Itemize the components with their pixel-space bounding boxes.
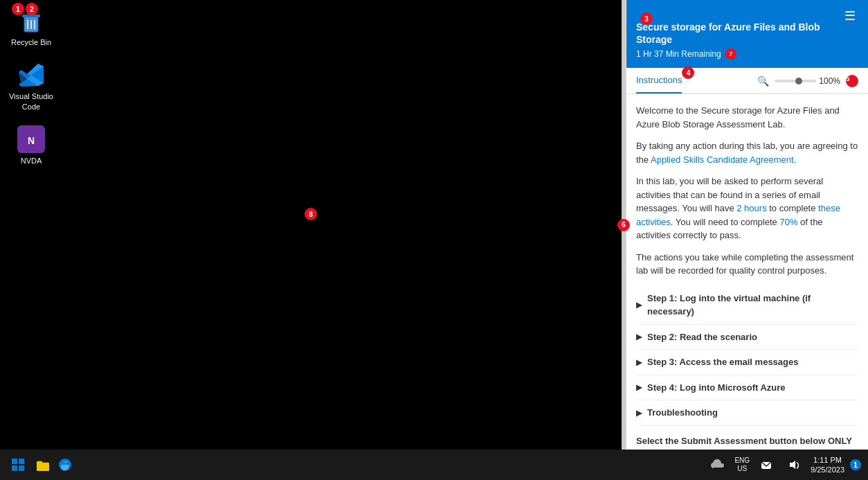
annotation-1: 1 <box>12 3 24 15</box>
step-3-arrow: ▶ <box>636 357 642 368</box>
panel-tabs: Instructions 4 🔍 100% 5 <box>626 68 868 94</box>
volume-icon[interactable] <box>783 454 805 476</box>
region-text: US <box>734 465 750 473</box>
language-indicator[interactable]: ENG US <box>734 456 750 473</box>
step-1-arrow: ▶ <box>636 299 642 311</box>
step-1-label: Step 1: Log into the virtual machine (if… <box>647 292 858 319</box>
language-text: ENG <box>734 456 750 465</box>
step-2-label: Step 2: Read the scenario <box>647 330 757 344</box>
svg-text:N: N <box>28 135 35 146</box>
highlight-70: 70% <box>779 217 797 227</box>
para-4: The actions you take while completing th… <box>636 251 858 278</box>
weather-icon[interactable] <box>707 454 729 476</box>
annotation-2: 2 <box>26 3 38 15</box>
notification-badge[interactable]: 1 <box>850 459 861 470</box>
resize-handle[interactable]: 6 <box>622 0 626 450</box>
annotation-5: 5 <box>846 75 858 87</box>
tab-instructions-label: Instructions <box>636 75 682 85</box>
para-3: In this lab, you will be asked to perfor… <box>636 175 858 242</box>
panel-title: Secure storage for Azure Files and Blob … <box>636 21 842 46</box>
nvda-icon[interactable]: N NVDA <box>7 125 55 166</box>
annotation-3: 3 <box>640 12 653 25</box>
annotation-6: 6 <box>617 219 630 231</box>
right-panel: 3 Secure storage for Azure Files and Blo… <box>626 0 868 450</box>
vscode-label: Visual Studio Code <box>7 91 55 112</box>
svg-rect-12 <box>12 459 17 464</box>
edge-browser-button[interactable] <box>54 454 76 476</box>
intro-para-1: Welcome to the Secure storage for Azure … <box>636 104 858 131</box>
zoom-slider[interactable] <box>775 80 816 82</box>
troubleshooting-arrow: ▶ <box>636 407 642 419</box>
desktop-icons: 1 2 Recyc <box>7 7 55 166</box>
step-2-arrow: ▶ <box>636 331 642 343</box>
zoom-thumb <box>795 78 802 85</box>
tab-controls: 🔍 100% 5 <box>757 75 858 87</box>
step-3-item[interactable]: ▶ Step 3: Access the email messages <box>636 350 858 375</box>
time-remaining-text: 1 Hr 37 Min Remaining <box>636 49 721 59</box>
start-button[interactable] <box>7 454 29 476</box>
taskbar: ENG US 1:11 PM 9/25/2023 1 <box>0 450 868 480</box>
vscode-icon[interactable]: Visual Studio Code <box>7 61 55 112</box>
svg-rect-15 <box>19 465 24 471</box>
svg-rect-16 <box>37 463 49 471</box>
step-4-label: Step 4: Log into Microsoft Azure <box>647 381 786 395</box>
search-icon[interactable]: 🔍 <box>757 75 769 87</box>
step-4-item[interactable]: ▶ Step 4: Log into Microsoft Azure <box>636 375 858 401</box>
annotation-8: 8 <box>305 208 317 220</box>
highlight-2hours: 2 hours <box>736 203 766 213</box>
candidate-agreement-link[interactable]: Applied Skills Candidate Agreement. <box>651 154 796 165</box>
step-2-item[interactable]: ▶ Step 2: Read the scenario <box>636 325 858 350</box>
file-explorer-button[interactable] <box>32 454 54 476</box>
annotation-4: 4 <box>682 66 694 79</box>
step-3-label: Step 3: Access the email messages <box>647 355 798 369</box>
vscode-image <box>17 61 45 89</box>
panel-body: Welcome to the Secure storage for Azure … <box>626 94 868 450</box>
panel-subtitle: 1 Hr 37 Min Remaining 7 <box>636 48 842 60</box>
panel-header-content: 3 Secure storage for Azure Files and Blo… <box>636 8 842 60</box>
nvda-label: NVDA <box>21 156 42 166</box>
time-display: 1:11 PM <box>811 455 844 465</box>
clock[interactable]: 1:11 PM 9/25/2023 <box>811 455 844 475</box>
troubleshooting-label: Troubleshooting <box>647 406 718 420</box>
zoom-control: 100% 5 <box>775 75 858 87</box>
recycle-bin-label: Recycle Bin <box>11 37 51 47</box>
hamburger-button[interactable]: ☰ <box>842 8 858 24</box>
notifications-icon[interactable] <box>755 454 777 476</box>
annotation-7: 7 <box>725 48 736 60</box>
nvda-image: N <box>17 125 45 153</box>
panel-header: 3 Secure storage for Azure Files and Blo… <box>626 0 868 68</box>
submit-notice: Select the Submit Assessment button belo… <box>636 434 858 450</box>
desktop: 1 2 Recyc <box>0 0 622 450</box>
intro-para-2: By taking any action during this lab, yo… <box>636 139 858 166</box>
step-4-arrow: ▶ <box>636 382 642 393</box>
recycle-bin-icon[interactable]: 1 2 Recyc <box>7 7 55 47</box>
step-1-item[interactable]: ▶ Step 1: Log into the virtual machine (… <box>636 286 858 325</box>
troubleshooting-item[interactable]: ▶ Troubleshooting <box>636 400 858 426</box>
svg-marker-19 <box>790 461 795 469</box>
system-tray: ENG US 1:11 PM 9/25/2023 1 <box>707 454 861 476</box>
date-display: 9/25/2023 <box>811 465 844 474</box>
svg-rect-14 <box>12 465 17 471</box>
svg-rect-13 <box>19 459 24 464</box>
tab-instructions[interactable]: Instructions 4 <box>636 68 682 94</box>
zoom-level: 100% <box>819 76 840 86</box>
